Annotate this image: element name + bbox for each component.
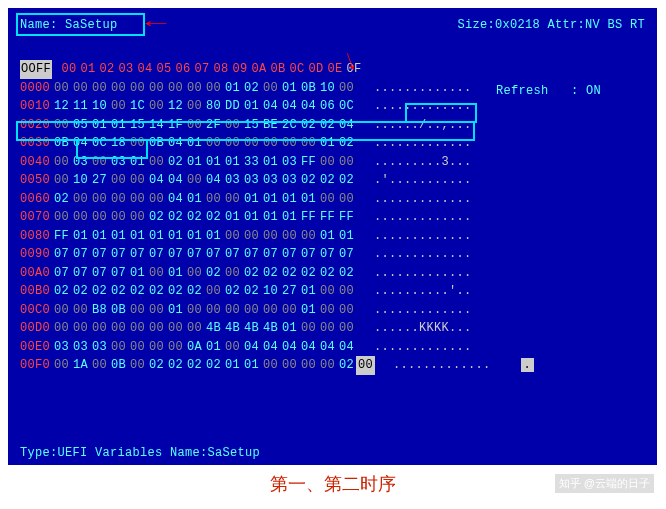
hex-cell[interactable]: 00 xyxy=(261,134,280,153)
hex-cell[interactable]: 00 xyxy=(166,79,185,98)
hex-cell[interactable]: 01 xyxy=(261,208,280,227)
hex-cell[interactable]: 04 xyxy=(261,97,280,116)
hex-cell[interactable]: 00 xyxy=(242,301,261,320)
hex-cell[interactable]: 01 xyxy=(128,153,147,172)
hex-cell[interactable]: 00 xyxy=(147,338,166,357)
hex-cell[interactable]: 18 xyxy=(109,134,128,153)
hex-cell[interactable]: 10 xyxy=(318,79,337,98)
hex-cell[interactable]: 00 xyxy=(204,190,223,209)
hex-cell[interactable]: 00 xyxy=(204,79,223,98)
hex-cell[interactable]: 00 xyxy=(90,319,109,338)
hex-cell[interactable]: 01 xyxy=(280,319,299,338)
hex-cell[interactable]: 00 xyxy=(280,301,299,320)
hex-cell[interactable]: 00 xyxy=(299,319,318,338)
hex-cell[interactable]: 00 xyxy=(299,227,318,246)
hex-row[interactable]: 004000030003010002010101330103FF0000....… xyxy=(20,153,645,172)
hex-cell[interactable]: 00 xyxy=(128,79,147,98)
hex-cell[interactable]: 02 xyxy=(147,356,166,375)
hex-cell[interactable]: 02 xyxy=(147,282,166,301)
hex-cell[interactable]: 01 xyxy=(90,227,109,246)
hex-cell[interactable]: 1C xyxy=(128,97,147,116)
hex-cell[interactable]: 27 xyxy=(90,171,109,190)
hex-cell[interactable]: 01 xyxy=(299,190,318,209)
hex-cell[interactable]: 04 xyxy=(166,190,185,209)
hex-cell[interactable]: 00 xyxy=(90,190,109,209)
hex-cell[interactable]: 01 xyxy=(299,301,318,320)
hex-cell[interactable]: 00 xyxy=(337,153,356,172)
hex-cell[interactable]: 01 xyxy=(185,227,204,246)
hex-cell[interactable]: 00 xyxy=(147,190,166,209)
hex-cell[interactable]: 02 xyxy=(166,208,185,227)
hex-cell[interactable]: 03 xyxy=(223,171,242,190)
hex-cell[interactable]: 01 xyxy=(166,301,185,320)
hex-cell[interactable]: 02 xyxy=(166,153,185,172)
hex-cell[interactable]: 07 xyxy=(223,245,242,264)
hex-cell[interactable]: 00 xyxy=(109,97,128,116)
hex-cell[interactable]: 11 xyxy=(71,97,90,116)
hex-cell[interactable]: 00 xyxy=(128,301,147,320)
hex-cell[interactable]: 00 xyxy=(109,79,128,98)
hex-cell[interactable]: 03 xyxy=(242,171,261,190)
hex-cell[interactable]: 00 xyxy=(318,319,337,338)
hex-cell[interactable]: 00 xyxy=(337,301,356,320)
hex-cell[interactable]: 04 xyxy=(337,338,356,357)
hex-cell[interactable]: 03 xyxy=(90,338,109,357)
hex-cell[interactable]: 01 xyxy=(204,153,223,172)
hex-cell[interactable]: 02 xyxy=(109,282,128,301)
hex-cell[interactable]: 00 xyxy=(128,319,147,338)
hex-cell[interactable]: 00 xyxy=(147,264,166,283)
hex-cell[interactable]: 00 xyxy=(337,319,356,338)
hex-cell[interactable]: 07 xyxy=(128,245,147,264)
hex-cell[interactable]: 4B xyxy=(242,319,261,338)
hex-cell[interactable]: FF xyxy=(337,208,356,227)
hex-cell[interactable]: 04 xyxy=(337,116,356,135)
hex-cell[interactable]: 02 xyxy=(185,282,204,301)
hex-cell[interactable]: 02 xyxy=(128,282,147,301)
hex-cell[interactable]: 01 xyxy=(242,190,261,209)
hex-cell[interactable]: BE xyxy=(261,116,280,135)
hex-row[interactable]: 007000000000000202020201010101FFFFFF....… xyxy=(20,208,645,227)
hex-cell[interactable]: 02 xyxy=(185,208,204,227)
hex-cell[interactable]: 01 xyxy=(90,116,109,135)
hex-cell[interactable]: 02 xyxy=(299,264,318,283)
hex-cell[interactable]: 00 xyxy=(204,282,223,301)
hex-cell[interactable]: 07 xyxy=(109,245,128,264)
hex-cell[interactable]: 01 xyxy=(128,264,147,283)
hex-cell[interactable]: 01 xyxy=(166,264,185,283)
hex-cell[interactable]: 00 xyxy=(223,338,242,357)
hex-cell[interactable]: 00 xyxy=(337,190,356,209)
hex-cell[interactable]: 0A xyxy=(185,338,204,357)
hex-cell[interactable]: 10 xyxy=(71,171,90,190)
hex-row[interactable]: 006002000000000004010000010101010000....… xyxy=(20,190,645,209)
hex-row[interactable]: 00B002020202020202020002021027010000....… xyxy=(20,282,645,301)
hex-cell[interactable]: 00 xyxy=(318,356,337,375)
hex-cell[interactable]: 00 xyxy=(90,208,109,227)
hex-cell[interactable]: 00 xyxy=(166,338,185,357)
hex-cell[interactable]: 02 xyxy=(147,208,166,227)
hex-cell[interactable]: 02 xyxy=(185,356,204,375)
hex-cell[interactable]: 12 xyxy=(52,97,71,116)
hex-cell[interactable]: 01 xyxy=(223,153,242,172)
hex-cell[interactable]: 07 xyxy=(90,245,109,264)
hex-cell[interactable]: 03 xyxy=(280,171,299,190)
hex-cell[interactable]: 02 xyxy=(204,356,223,375)
hex-cell[interactable]: 00 xyxy=(128,190,147,209)
hex-cell[interactable]: 15 xyxy=(242,116,261,135)
hex-cell[interactable]: 00 xyxy=(299,134,318,153)
hex-cell[interactable]: 01 xyxy=(223,356,242,375)
hex-cell[interactable]: 00 xyxy=(109,190,128,209)
hex-cell[interactable]: 06 xyxy=(318,97,337,116)
hex-cell[interactable]: 07 xyxy=(52,245,71,264)
hex-cell[interactable]: 14 xyxy=(147,116,166,135)
hex-cell[interactable]: 00 xyxy=(128,208,147,227)
hex-cell[interactable]: 0B xyxy=(109,356,128,375)
hex-cell[interactable]: 00 xyxy=(52,79,71,98)
hex-cell[interactable]: 07 xyxy=(52,264,71,283)
hex-cell[interactable]: 00 xyxy=(223,301,242,320)
hex-cell[interactable]: 00 xyxy=(147,153,166,172)
hex-cell[interactable]: 00 xyxy=(52,116,71,135)
hex-cell[interactable]: 00 xyxy=(52,356,71,375)
hex-cell[interactable]: 00 xyxy=(109,319,128,338)
hex-cell[interactable]: 02 xyxy=(337,134,356,153)
hex-cell[interactable]: 03 xyxy=(261,171,280,190)
